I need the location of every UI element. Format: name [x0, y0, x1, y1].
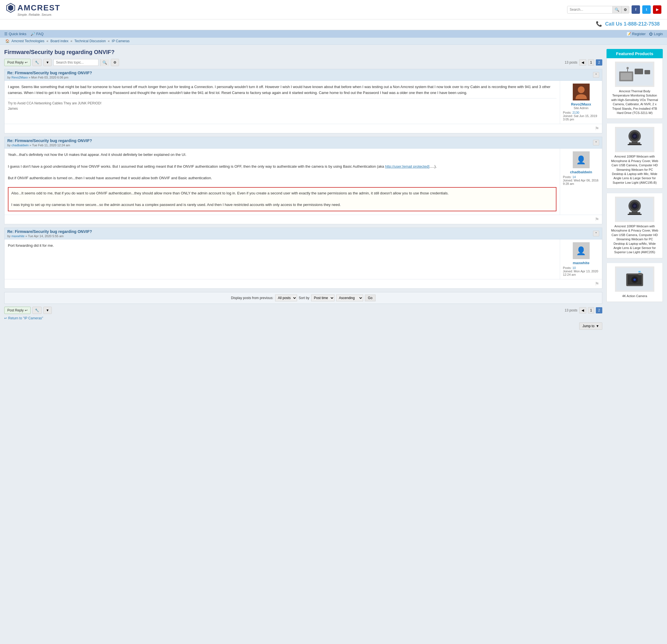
post-3-title[interactable]: Re: Firmware/Security bug regarding ONVI…	[7, 229, 92, 234]
post-reply-button-top[interactable]: Post Reply ↩	[4, 59, 31, 66]
page-2-button-top[interactable]: 2	[596, 59, 602, 66]
post-3-posts-link[interactable]: 10	[572, 266, 576, 270]
post-2-posts-link[interactable]: 14	[572, 175, 576, 179]
topic-tools-button-bottom[interactable]: 🔧	[32, 307, 42, 314]
phone-icon: 📞	[596, 21, 602, 27]
post-2-footer: ⚑	[4, 215, 602, 224]
svg-text:4K: 4K	[638, 271, 641, 273]
topic-tools-dropdown-bottom[interactable]: ▼	[43, 307, 52, 314]
svg-rect-6	[635, 69, 643, 74]
post-1-footer: ⚑	[4, 124, 602, 133]
post-1-avatar	[573, 83, 590, 100]
post-2-title[interactable]: Re: Firmware/Security bug regarding ONVI…	[7, 139, 92, 143]
post-3-quote-button[interactable]: "	[593, 231, 599, 236]
post-2-body: Yeah...that's definitely not how the UI …	[4, 148, 602, 215]
post-1-author-link[interactable]: Revo2Maxx	[12, 76, 28, 79]
post-1-stats: Posts: 2130 Joined: Sat Jun 15, 2019 3:0…	[563, 111, 599, 121]
product-2-image	[615, 127, 654, 152]
post-2-stats: Posts: 14 Joined: Wed Apr 06, 2016 9:28 …	[563, 175, 599, 186]
register-link[interactable]: 📝 Register	[627, 32, 646, 36]
report-icon: ⚑	[595, 126, 599, 131]
post-3-sidebar: 👤 maxwhite Posts: 10 Joined: Mon Apr 13,…	[560, 239, 602, 279]
search-options-button[interactable]: ⚙	[621, 6, 629, 13]
prev-page-button-top[interactable]: ◀	[579, 59, 586, 66]
search-submit-button[interactable]: 🔍	[613, 6, 621, 13]
login-link[interactable]: ⏻ Login	[649, 32, 663, 36]
post-1-username[interactable]: Revo2Maxx	[563, 102, 599, 106]
product-3-image	[615, 197, 654, 222]
topic-search-options[interactable]: ⚙	[111, 59, 119, 66]
post-3-author-link[interactable]: maxwhite	[12, 235, 25, 238]
reply-icon: ↩	[25, 61, 28, 64]
svg-rect-26	[628, 214, 642, 215]
sort-by-select[interactable]: Post time Author Subject	[311, 294, 335, 301]
main-layout: Firmware/Security bug regarding ONVIF? P…	[0, 45, 667, 334]
post-1-role: Site Admin	[563, 106, 599, 110]
topic-search-button[interactable]: 🔍	[100, 59, 109, 66]
posts-count-bottom: 13 posts ◀ 1 2	[565, 307, 602, 313]
jump-to-button[interactable]: Jump to ▼	[579, 322, 602, 330]
post-2-content: Yeah...that's definitely not how the UI …	[4, 148, 560, 215]
register-icon: 📝	[627, 32, 631, 36]
post-2-sidebar: 👤 chadbaldwin Posts: 14 Joined: Wed Apr …	[560, 148, 602, 215]
jump-bar: Jump to ▼	[4, 322, 602, 330]
breadcrumb-category[interactable]: Technical Discussion	[75, 39, 106, 43]
breadcrumb-board[interactable]: Board index	[50, 39, 68, 43]
page-1-button-top[interactable]: 1	[588, 59, 595, 66]
report-icon-2: ⚑	[595, 216, 599, 222]
post-3-header: Re: Firmware/Security bug regarding ONVI…	[4, 228, 602, 239]
return-link[interactable]: ↩ Return to "IP Cameras"	[4, 316, 602, 320]
order-select[interactable]: Ascending Descending	[336, 294, 363, 301]
product-1-image	[615, 62, 654, 87]
post-3-content: Port forwarding did it for me.	[4, 239, 560, 279]
nav-left: ☰ Quick links 🔎 FAQ	[4, 32, 44, 36]
post-3-username[interactable]: maxwhite	[563, 261, 599, 265]
top-toolbar: Post Reply ↩ 🔧 ▼ 🔍 ⚙ 13 posts ◀ 1 2	[4, 59, 602, 66]
topic-tools-dropdown[interactable]: ▼	[43, 59, 52, 66]
twitter-button[interactable]: t	[642, 5, 651, 14]
prev-page-button-bottom[interactable]: ◀	[579, 307, 586, 313]
search-input[interactable]	[567, 6, 613, 13]
menu-icon: ☰	[4, 32, 7, 36]
post-3-footer: ⚑	[4, 279, 602, 288]
post-1-meta: by Revo2Maxx » Mon Feb 03, 2020 6:06 pm	[7, 76, 92, 79]
post-1-posts-link[interactable]: 2130	[572, 111, 579, 114]
post-3: Re: Firmware/Security bug regarding ONVI…	[4, 228, 602, 289]
svg-rect-33	[638, 273, 642, 275]
post-2-username[interactable]: chadbaldwin	[563, 170, 599, 174]
display-posts-label: Display posts from previous:	[231, 296, 274, 300]
product-3: Amcrest 1080P Webcam with Microphone & P…	[606, 193, 663, 258]
logo-area: AMCREST Simple. Reliable. Secure.	[6, 3, 60, 16]
logo: AMCREST	[6, 3, 60, 13]
post-1-title[interactable]: Re: Firmware/Security bug regarding ONVI…	[7, 70, 92, 75]
facebook-button[interactable]: f	[632, 5, 640, 14]
post-1-quote-button[interactable]: "	[593, 72, 599, 78]
search-topic-input[interactable]	[53, 59, 98, 66]
page-1-button-bottom[interactable]: 1	[588, 307, 595, 313]
post-3-meta: by maxwhite » Tue Apr 14, 2020 5:55 am	[7, 235, 92, 238]
content-area: Firmware/Security bug regarding ONVIF? P…	[4, 49, 602, 330]
post-1-content: I agree. Seems like something that might…	[4, 81, 560, 124]
logo-tagline: Simple. Reliable. Secure.	[17, 13, 60, 16]
posts-count-top: 13 posts ◀ 1 2	[565, 59, 602, 66]
breadcrumb-section[interactable]: IP Cameras	[112, 39, 129, 43]
svg-point-10	[627, 67, 629, 69]
header-right: 🔍 ⚙ f t ▶	[567, 5, 661, 14]
quick-links-button[interactable]: ☰ Quick links	[4, 32, 27, 36]
page-2-button-bottom[interactable]: 2	[596, 307, 602, 313]
post-2-quote-button[interactable]: "	[593, 140, 599, 145]
svg-rect-7	[645, 70, 650, 74]
faq-link[interactable]: 🔎 FAQ	[31, 32, 44, 36]
post-reply-button-bottom[interactable]: Post Reply ↩	[4, 307, 31, 314]
youtube-button[interactable]: ▶	[653, 5, 661, 14]
featured-products-header: Featured Products	[606, 49, 663, 58]
post-1-signature: Try to Avoid CCA Networking Cables They …	[8, 101, 556, 111]
breadcrumb-home[interactable]: Amcrest Technologies	[12, 39, 45, 43]
auth-link[interactable]: http://user:[email protected]	[385, 164, 429, 168]
topic-tools-button[interactable]: 🔧	[32, 59, 42, 66]
sort-go-button[interactable]: Go	[365, 294, 376, 301]
product-2: Amcrest 1080P Webcam with Microphone & P…	[606, 124, 663, 189]
display-posts-select[interactable]: All posts 1 day 7 days 2 weeks 1 month	[275, 294, 297, 301]
svg-rect-18	[628, 144, 642, 145]
post-2-author-link[interactable]: chadbaldwin	[12, 144, 29, 147]
